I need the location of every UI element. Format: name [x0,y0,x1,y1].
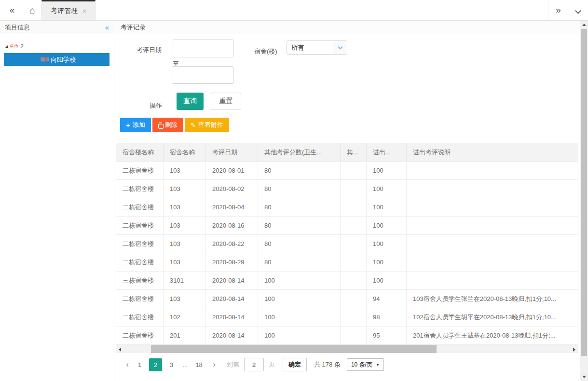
table-cell [407,198,578,217]
pencil-icon: ✎ [191,122,196,128]
table-cell: 95 [367,327,407,345]
page-number-18[interactable]: 18 [192,358,205,371]
scroll-down-icon[interactable] [580,373,588,381]
delete-button[interactable]: 删除 [152,118,183,132]
table-cell: 201宿舍人员学生王诚基在2020-08-13晚归,扣1分;... [407,327,578,345]
table-cell: 80 [258,217,341,235]
table-cell: 94 [367,290,407,308]
reset-button[interactable]: 重置 [211,93,241,110]
table-cell [341,198,367,217]
table-cell: 103 [164,162,206,180]
table-cell: 100 [367,198,407,217]
table-row[interactable]: 二栋宿舍楼 103 2020-08-02 80 100 [116,180,578,198]
table-cell: 103宿舍人员学生张兰在2020-08-13晚归,扣1分;10... [407,290,578,308]
table-cell: 103 [164,235,206,253]
add-button-label: 添加 [133,121,145,129]
dorm-select-value: 所有 [287,43,333,52]
home-icon[interactable]: ⌂ [22,0,42,20]
tab-close-icon[interactable]: × [82,7,86,15]
table-cell [341,217,367,235]
project-type-badge: 项目 [41,56,49,63]
page-size-value: 10 条/页 [351,361,372,369]
plus-icon: + [126,122,130,129]
page-number-3[interactable]: 3 [165,358,178,371]
col-header[interactable]: 宿舍名称 [164,143,206,162]
table-cell: 80 [258,162,341,180]
page-number-1[interactable]: 1 [133,358,146,371]
unit-label: 2 [20,43,24,50]
page-vertical-scrollbar[interactable] [580,21,588,381]
table-row[interactable]: 三栋宿舍楼 3101 2020-08-14 100 100 [116,272,578,290]
triangle-up-icon [582,24,586,26]
table-row[interactable]: 二栋宿舍楼 103 2020-08-01 80 100 [116,162,578,180]
tree-node-school-selected[interactable]: 项目 向阳学校 [4,53,109,66]
main-panel: 考评记录 考评日期 至 宿舍(楼) 所有 操作 查询 重置 + 添加 删除 ✎ … [115,21,580,381]
col-header[interactable]: 进出考评说明 [407,143,578,162]
table-cell: 103 [164,290,206,308]
table-row[interactable]: 二栋宿舍楼 103 2020-08-29 80 100 [116,253,578,272]
table-cell: 2020-08-01 [206,162,258,180]
vertical-scrollbar-thumb[interactable] [581,29,587,356]
table-cell: 二栋宿舍楼 [116,308,164,327]
table-cell: 二栋宿舍楼 [116,180,164,198]
col-header[interactable]: 考评日期 [206,143,258,162]
tab-menu-icon[interactable] [568,0,588,20]
table-row[interactable]: 二栋宿舍楼 103 2020-08-14 100 94 103宿舍人员学生张兰在… [116,290,578,308]
scroll-up-icon[interactable] [580,21,588,29]
table-cell: 二栋宿舍楼 [116,198,164,217]
table-row[interactable]: 二栋宿舍楼 103 2020-08-22 80 100 [116,235,578,253]
table-cell: 201 [164,327,206,345]
table-cell: 100 [258,308,341,327]
page-size-select[interactable]: 10 条/页 ▼ [347,358,384,371]
tree-expand-icon[interactable]: ◢ [5,44,8,49]
table-row[interactable]: 二栋宿舍楼 103 2020-08-04 80 100 [116,198,578,217]
table-row[interactable]: 二栋宿舍楼 103 2020-08-16 80 100 [116,217,578,235]
page-title: 考评记录 [115,21,580,34]
tab-kaoping-guanli[interactable]: 考评管理 × [41,0,96,20]
table-horizontal-scrollbar[interactable] [116,345,578,353]
col-header[interactable]: 其... [341,143,367,162]
col-header[interactable]: 进出... [367,143,407,162]
delete-button-label: 删除 [165,121,178,129]
table-cell [407,235,578,253]
project-tree: ◢ 单位 2 项目 向阳学校 [0,34,114,66]
trash-icon [158,122,163,128]
expand-tabs-icon[interactable]: » [548,0,568,20]
table-cell [407,180,578,198]
page-number-2-active[interactable]: 2 [149,358,162,371]
add-button[interactable]: + 添加 [120,118,151,132]
table-cell: 103 [164,180,206,198]
next-page-icon[interactable]: › [208,360,220,369]
confirm-goto-button[interactable]: 确定 [283,358,307,371]
table-row[interactable]: 二栋宿舍楼 102 2020-08-14 100 98 102宿舍人员学生胡平在… [116,308,578,327]
col-header[interactable]: 其他考评分数(卫生... [258,143,341,162]
scroll-left-icon[interactable] [116,345,124,354]
table-cell [341,308,367,327]
table-cell: 100 [258,327,341,345]
date-from-input[interactable] [173,40,233,57]
scroll-right-icon[interactable] [570,345,578,354]
tree-node-unit[interactable]: ◢ 单位 2 [5,43,114,50]
table-cell: 103 [164,217,206,235]
table-cell: 100 [367,217,407,235]
col-header[interactable]: 宿舍楼名称 [116,143,164,162]
table-row[interactable]: 二栋宿舍楼 201 2020-08-14 100 95 201宿舍人员学生王诚基… [116,327,578,345]
dorm-select-arrow-box[interactable] [333,41,347,54]
table-cell: 2020-08-02 [206,180,258,198]
horizontal-scrollbar-thumb[interactable] [151,345,437,353]
prev-page-icon[interactable]: ‹ [122,360,133,369]
table-cell [341,180,367,198]
collapse-tabs-icon[interactable]: « [2,0,22,20]
table-cell: 二栋宿舍楼 [116,235,164,253]
sidebar-collapse-icon[interactable]: « [105,21,109,34]
dorm-select[interactable]: 所有 [287,41,347,55]
table-cell [341,290,367,308]
table-cell [407,217,578,235]
chevron-down-icon [575,8,581,14]
date-to-input[interactable] [173,66,233,84]
goto-page-input[interactable] [244,358,264,371]
table-cell: 102宿舍人员学生胡平在2020-08-13晚归,扣1分;10... [407,308,578,327]
search-button[interactable]: 查询 [177,93,204,110]
table-cell: 103 [164,253,206,272]
view-attachment-button[interactable]: ✎ 查看附件 [185,118,229,132]
